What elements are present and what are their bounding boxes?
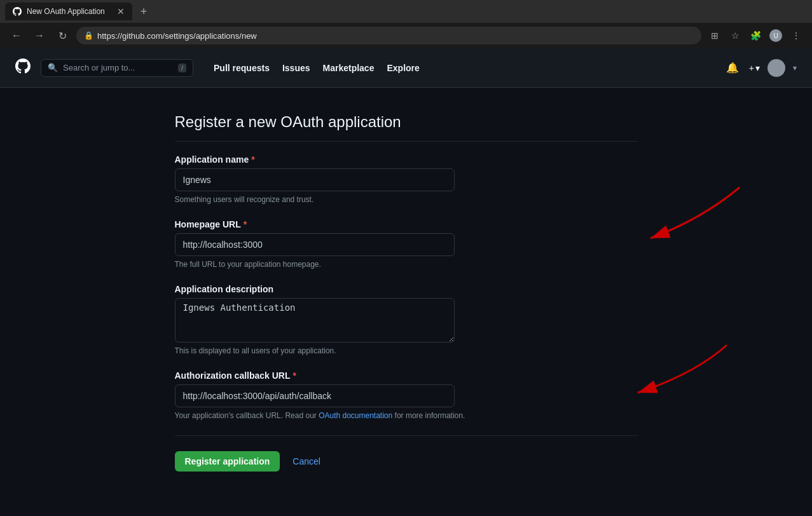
extensions-btn[interactable]: 🧩 — [747, 27, 764, 44]
app-name-input[interactable] — [175, 168, 455, 191]
address-bar[interactable]: 🔒 https://github.com/settings/applicatio… — [76, 27, 701, 44]
github-logo[interactable] — [15, 58, 31, 78]
cancel-button[interactable]: Cancel — [287, 452, 326, 470]
callback-url-group: Authorization callback URL * Your applic… — [175, 370, 638, 420]
nav-explore[interactable]: Explore — [382, 59, 424, 77]
callback-url-hint: Your application's callback URL. Read ou… — [175, 411, 638, 420]
bookmark-btn[interactable]: ☆ — [727, 27, 743, 44]
active-tab[interactable]: New OAuth Application ✕ — [5, 3, 132, 20]
app-description-label: Application description — [175, 284, 638, 294]
forward-button[interactable]: → — [31, 27, 48, 44]
notifications-bell[interactable]: 🔔 — [724, 59, 741, 76]
oauth-docs-link[interactable]: OAuth documentation — [319, 411, 392, 420]
nav-bar: ← → ↻ 🔒 https://github.com/settings/appl… — [0, 23, 812, 48]
back-button[interactable]: ← — [8, 27, 25, 44]
homepage-url-input[interactable] — [175, 233, 455, 256]
register-application-button[interactable]: Register application — [175, 451, 280, 472]
nav-issues[interactable]: Issues — [277, 59, 315, 77]
browser-chrome: New OAuth Application ✕ + ← → ↻ 🔒 https:… — [0, 0, 812, 48]
form-actions: Register application Cancel — [175, 451, 638, 472]
profile-btn[interactable]: U — [767, 27, 784, 44]
app-name-group: Application name * Something users will … — [175, 154, 638, 204]
app-description-group: Application description Ignews Authentic… — [175, 284, 638, 355]
menu-btn[interactable]: ⋮ — [788, 27, 804, 44]
homepage-required: * — [244, 219, 247, 229]
app-name-label: Application name * — [175, 154, 638, 165]
search-shortcut: / — [178, 64, 186, 72]
nav-marketplace[interactable]: Marketplace — [318, 59, 380, 77]
callback-required: * — [293, 370, 296, 381]
app-name-hint: Something users will recognize and trust… — [175, 195, 638, 204]
tab-bar: New OAuth Application ✕ + — [0, 0, 812, 23]
user-avatar-header[interactable] — [767, 59, 785, 77]
new-item-button[interactable]: + ▾ — [749, 63, 760, 73]
app-name-required: * — [251, 154, 254, 165]
page-title: Register a new OAuth application — [175, 113, 638, 142]
registration-form: Application name * Something users will … — [175, 154, 638, 472]
form-divider — [175, 435, 638, 436]
github-nav: Pull requests Issues Marketplace Explore — [209, 59, 425, 77]
homepage-url-hint: The full URL to your application homepag… — [175, 260, 638, 269]
app-description-hint: This is displayed to all users of your a… — [175, 346, 638, 355]
search-placeholder: Search or jump to... — [63, 63, 135, 72]
callback-url-label: Authorization callback URL * — [175, 370, 638, 381]
homepage-url-label: Homepage URL * — [175, 219, 638, 229]
search-icon: 🔍 — [48, 63, 58, 72]
main-content: Register a new OAuth application Applica… — [165, 88, 648, 497]
tab-close-btn[interactable]: ✕ — [117, 6, 125, 17]
nav-actions: ⊞ ☆ 🧩 U ⋮ — [706, 27, 804, 44]
nav-pull-requests[interactable]: Pull requests — [209, 59, 275, 77]
tab-title: New OAuth Application — [27, 7, 105, 16]
lock-icon: 🔒 — [84, 31, 93, 40]
callback-url-input[interactable] — [175, 384, 455, 407]
tab-favicon — [13, 7, 22, 16]
refresh-button[interactable]: ↻ — [53, 27, 71, 44]
new-tab-button[interactable]: + — [135, 3, 153, 20]
user-chevron[interactable]: ▾ — [793, 64, 797, 72]
search-bar[interactable]: 🔍 Search or jump to... / — [41, 59, 193, 77]
url-text: https://github.com/settings/applications… — [97, 31, 694, 41]
translate-btn[interactable]: ⊞ — [706, 27, 723, 44]
header-actions: 🔔 + ▾ ▾ — [724, 59, 797, 77]
github-header: 🔍 Search or jump to... / Pull requests I… — [0, 48, 812, 88]
homepage-url-group: Homepage URL * The full URL to your appl… — [175, 219, 638, 269]
app-description-input[interactable]: Ignews Authentication — [175, 298, 455, 343]
